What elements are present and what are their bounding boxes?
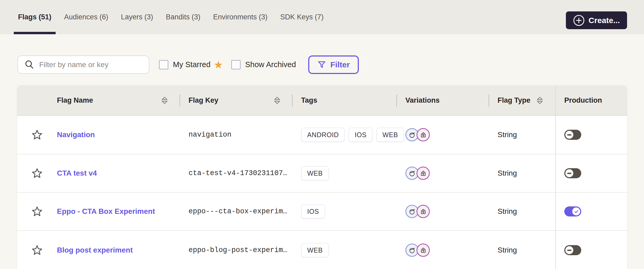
starred-star-icon: ★ bbox=[214, 59, 223, 70]
tab-bandits-3[interactable]: Bandits (3) bbox=[162, 0, 205, 34]
sort-icon[interactable] bbox=[536, 97, 543, 104]
star-row-icon[interactable] bbox=[31, 129, 43, 141]
star-row-icon[interactable] bbox=[31, 167, 43, 179]
tab-sdk-keys-7[interactable]: SDK Keys (7) bbox=[276, 0, 328, 34]
flag-type-text: String bbox=[498, 207, 517, 216]
birdhouse-variation-icon bbox=[417, 244, 430, 257]
variations-cell bbox=[397, 116, 489, 154]
funnel-icon bbox=[317, 60, 326, 69]
flag-name-link[interactable]: Navigation bbox=[57, 131, 95, 139]
tags-cell: WEB bbox=[293, 231, 397, 269]
production-toggle[interactable] bbox=[564, 206, 581, 216]
variations-cell bbox=[397, 231, 489, 269]
flag-key-cell: eppo---cta-box-experim… bbox=[180, 193, 293, 230]
table-header: Flag Name Flag Key TagsVariationsFlag Ty… bbox=[17, 85, 627, 116]
flag-type-text: String bbox=[498, 246, 517, 254]
table-row: Blog post experiment eppo-blog-post-expe… bbox=[17, 230, 627, 269]
tags-cell: ANDROIDIOSWEB bbox=[293, 116, 397, 154]
tag-chip: IOS bbox=[348, 128, 373, 142]
tab-environments-3[interactable]: Environments (3) bbox=[209, 0, 272, 34]
flag-name-cell: Eppo - CTA Box Experiment bbox=[57, 193, 180, 230]
toggle-minus-icon bbox=[565, 169, 573, 177]
flag-name-cell: CTA test v4 bbox=[57, 154, 180, 192]
tag-chip: WEB bbox=[301, 243, 329, 257]
table-body: Navigation navigation ANDROIDIOSWEB Stri… bbox=[17, 116, 627, 269]
flag-type-cell: String bbox=[489, 116, 555, 154]
production-toggle[interactable] bbox=[564, 130, 581, 140]
star-cell bbox=[17, 193, 57, 230]
birdhouse-variation-icon bbox=[417, 205, 430, 218]
flag-type-cell: String bbox=[489, 231, 555, 269]
birdhouse-variation-icon bbox=[417, 167, 430, 180]
production-cell bbox=[555, 154, 627, 192]
toggle-minus-icon bbox=[565, 131, 573, 139]
flag-key-text: eppo---cta-box-experim… bbox=[189, 207, 287, 215]
tab-audiences-6[interactable]: Audiences (6) bbox=[60, 0, 113, 34]
column-header-label: Production bbox=[564, 96, 602, 105]
tags-cell: WEB bbox=[293, 154, 397, 192]
flag-name-link[interactable]: Blog post experiment bbox=[57, 246, 133, 254]
create-button-label: Create... bbox=[589, 16, 620, 25]
star-cell bbox=[17, 154, 57, 192]
flag-key-cell: navigation bbox=[180, 116, 293, 154]
tab-layers-3[interactable]: Layers (3) bbox=[117, 0, 158, 34]
column-header-variations: Variations bbox=[397, 85, 489, 115]
flag-name-cell: Navigation bbox=[57, 116, 180, 154]
star-row-icon[interactable] bbox=[31, 244, 43, 256]
production-cell bbox=[555, 193, 627, 230]
sort-icon[interactable] bbox=[161, 97, 168, 104]
production-cell bbox=[555, 116, 627, 154]
sort-icon[interactable] bbox=[274, 97, 280, 104]
column-header-star bbox=[17, 85, 57, 115]
flags-table: Flag Name Flag Key TagsVariationsFlag Ty… bbox=[17, 85, 627, 269]
column-header-label: Variations bbox=[405, 96, 440, 105]
tab-flags-51[interactable]: Flags (51) bbox=[14, 0, 56, 34]
flag-type-text: String bbox=[498, 169, 517, 177]
tag-chip: WEB bbox=[301, 166, 329, 180]
toggle-check-icon bbox=[572, 207, 580, 215]
flag-key-cell: eppo-blog-post-experim… bbox=[180, 231, 293, 269]
production-toggle[interactable] bbox=[564, 168, 581, 178]
star-cell bbox=[17, 231, 57, 269]
filter-toolbar: My Starred ★ Show Archived Filter bbox=[17, 55, 359, 74]
plus-circle-icon bbox=[573, 15, 585, 26]
flag-key-text: eppo-blog-post-experim… bbox=[189, 246, 287, 254]
column-header-flag-type[interactable]: Flag Type bbox=[489, 85, 555, 115]
star-cell bbox=[17, 116, 57, 154]
column-header-flag-name[interactable]: Flag Name bbox=[57, 85, 180, 115]
flag-type-text: String bbox=[498, 131, 517, 139]
star-row-icon[interactable] bbox=[31, 206, 43, 217]
tags-cell: IOS bbox=[293, 193, 397, 230]
search-icon bbox=[24, 60, 34, 70]
filter-button-label: Filter bbox=[330, 60, 350, 69]
flag-key-cell: cta-test-v4-1730231107… bbox=[180, 154, 293, 192]
column-header-label: Flag Type bbox=[498, 96, 530, 105]
toggle-minus-icon bbox=[565, 246, 573, 254]
table-row: Navigation navigation ANDROIDIOSWEB Stri… bbox=[17, 116, 627, 154]
search-input[interactable] bbox=[39, 60, 144, 69]
show-archived-checkbox[interactable] bbox=[231, 60, 241, 70]
production-cell bbox=[555, 231, 627, 269]
my-starred-label: My Starred bbox=[173, 60, 211, 69]
production-toggle[interactable] bbox=[564, 245, 581, 255]
column-header-production: Production bbox=[555, 85, 627, 115]
flag-name-link[interactable]: CTA test v4 bbox=[57, 169, 97, 177]
table-row: CTA test v4 cta-test-v4-1730231107… WEB … bbox=[17, 154, 627, 192]
table-row: Eppo - CTA Box Experiment eppo---cta-box… bbox=[17, 192, 627, 230]
flag-name-cell: Blog post experiment bbox=[57, 231, 180, 269]
search-box[interactable] bbox=[17, 55, 149, 74]
filter-button[interactable]: Filter bbox=[308, 55, 359, 74]
flag-name-link[interactable]: Eppo - CTA Box Experiment bbox=[57, 207, 155, 216]
birdhouse-variation-icon bbox=[417, 128, 430, 141]
my-starred-checkbox[interactable] bbox=[159, 60, 168, 70]
tag-chip: ANDROID bbox=[301, 128, 345, 142]
flag-type-cell: String bbox=[489, 193, 555, 230]
column-header-label: Flag Key bbox=[189, 96, 218, 105]
variations-cell bbox=[397, 154, 489, 192]
column-header-flag-key[interactable]: Flag Key bbox=[180, 85, 293, 115]
top-tab-bar: Flags (51)Audiences (6)Layers (3)Bandits… bbox=[0, 0, 644, 34]
create-button[interactable]: Create... bbox=[566, 11, 627, 29]
tag-chip: IOS bbox=[301, 204, 325, 219]
variations-cell bbox=[397, 193, 489, 230]
flag-key-text: navigation bbox=[189, 131, 231, 139]
